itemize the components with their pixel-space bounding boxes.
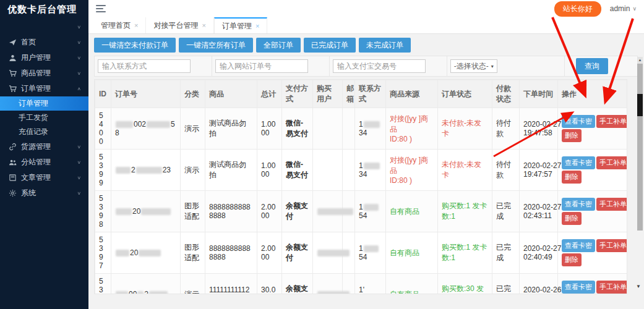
- column-header-分类: 分类: [181, 80, 205, 108]
- tab-close-icon[interactable]: ×: [134, 22, 138, 29]
- manual-reissue-button[interactable]: 手工补单: [596, 156, 627, 169]
- chevron-down-icon: ∨: [77, 187, 81, 200]
- vertical-scrollbar[interactable]: ▲: [637, 57, 643, 231]
- search-button[interactable]: 查询: [576, 58, 608, 74]
- filter-button-未完成订单[interactable]: 未完成订单: [359, 38, 411, 53]
- filter-button-一键清空未付款订单[interactable]: 一键清空未付款订单: [94, 38, 176, 53]
- cart-icon: [9, 69, 17, 77]
- manual-reissue-button[interactable]: 手工补单: [596, 239, 627, 252]
- cell-id: 5399: [95, 150, 111, 191]
- cell-contact: 154: [355, 232, 386, 274]
- gear-icon: [9, 189, 17, 197]
- status-select[interactable]: -选择状态- ▾: [450, 59, 497, 73]
- cell-text-fragment: 00: [129, 290, 137, 294]
- cell-text-fragment: 34: [359, 170, 367, 179]
- cell-order-time: 2020-02-2702:40:49: [520, 232, 558, 274]
- tab-close-icon[interactable]: ×: [255, 22, 259, 30]
- cell-id: 5397: [95, 232, 111, 274]
- sidebar-item-系统[interactable]: 系统∨: [0, 185, 88, 201]
- contact-input[interactable]: [98, 59, 191, 73]
- delete-button[interactable]: 删除: [562, 212, 582, 225]
- main-area: 站长你好 admin ∨ 管理首页×对接平台管理×订单管理× 一键清空未付款订单…: [88, 0, 644, 309]
- cell-pay-status: 待付款: [492, 150, 520, 191]
- column-header-操作: 操作: [558, 80, 627, 108]
- tab-label: 对接平台管理: [153, 20, 198, 31]
- view-card-button[interactable]: 查看卡密: [562, 156, 595, 169]
- sidebar-submenu: 订单管理手工发货充值记录: [0, 96, 88, 139]
- cell-order-status: 未付款-未发卡: [438, 108, 492, 150]
- view-card-button[interactable]: 查看卡密: [562, 281, 595, 294]
- scrollbar-down-icon[interactable]: ▼: [636, 284, 641, 289]
- filter-button-一键清空所有订单[interactable]: 一键清空所有订单: [179, 38, 253, 53]
- cell-email: [343, 150, 355, 191]
- user-menu[interactable]: admin ∨: [610, 4, 637, 13]
- source-line: ID:80 ): [390, 176, 434, 185]
- sidebar-subitem-label: 充值记录: [19, 125, 81, 139]
- tab-订单管理[interactable]: 订单管理×: [214, 17, 267, 33]
- tab-对接平台管理[interactable]: 对接平台管理×: [146, 17, 213, 33]
- column-header-ID: ID: [95, 80, 111, 108]
- sidebar-subitem-手工发货[interactable]: 手工发货: [0, 111, 88, 125]
- sidebar-item-商品管理[interactable]: 商品管理∨: [0, 66, 88, 81]
- view-card-button[interactable]: 查看卡密: [562, 239, 595, 252]
- redacted-text: [317, 208, 353, 215]
- sidebar-item-文章管理[interactable]: 文章管理∨: [0, 170, 88, 185]
- sidebar-item-货源管理[interactable]: 货源管理∨: [0, 139, 88, 154]
- cell-pay-status: 已完成: [492, 191, 520, 232]
- cell-product: 88888888888888: [205, 191, 257, 232]
- sidebar-item-首页[interactable]: 首页∨: [0, 35, 88, 50]
- sidebar-item-用户管理[interactable]: 用户管理∨: [0, 50, 88, 66]
- alipay-trade-input[interactable]: [333, 59, 426, 73]
- cell-buyer: [313, 191, 343, 232]
- column-header-邮箱: 邮箱: [343, 80, 355, 108]
- cell-buyer: [313, 150, 343, 191]
- sidebar-item-blank[interactable]: ∨: [0, 19, 88, 35]
- view-card-button[interactable]: 查看卡密: [562, 115, 595, 128]
- delete-button[interactable]: 删除: [562, 129, 582, 142]
- time-line: 19:47:58: [523, 129, 554, 137]
- filter-cell-contact: [95, 56, 212, 76]
- source-line: 自有商品: [390, 289, 434, 295]
- cell-text-fragment: 1': [359, 286, 364, 294]
- redacted-text: [364, 245, 379, 252]
- sidebar-item-订单管理[interactable]: 订单管理∧: [0, 81, 88, 96]
- cell-source: 对接([yy ]商品ID:80 ): [386, 150, 438, 191]
- cell-text-fragment: 23: [163, 166, 171, 174]
- redacted-text: [149, 291, 168, 294]
- sidebar-item-分站管理[interactable]: 分站管理∨: [0, 154, 88, 170]
- scrollbar-up-icon[interactable]: ▲: [637, 57, 643, 64]
- select-caret-icon: ▾: [491, 64, 494, 69]
- cell-total: 1.0000: [257, 150, 282, 191]
- manual-reissue-button[interactable]: 手工补单: [596, 198, 627, 211]
- manual-reissue-button[interactable]: 手工补单: [596, 115, 627, 128]
- greeting-button[interactable]: 站长你好: [554, 1, 601, 17]
- redacted-text: [364, 163, 380, 169]
- cell-pay-method: 余额支付: [282, 232, 313, 274]
- table-row: 5399223演示测试商品勿拍1.0000微信-易支付134对接([yy ]商品…: [95, 150, 627, 191]
- table-row: 540000258演示测试商品勿拍1.0000微信-易支付134对接([yy ]…: [95, 108, 627, 150]
- cell-pay-status: 已完成: [492, 232, 520, 274]
- time-line: 2020-02-26: [523, 286, 554, 294]
- cell-total: 2.0000: [257, 232, 282, 274]
- source-line: 对接([yy ]商品: [390, 155, 434, 176]
- filter-button-全部订单[interactable]: 全部订单: [256, 38, 301, 53]
- cell-product: 88888888888888: [205, 232, 257, 274]
- manual-reissue-button[interactable]: 手工补单: [596, 281, 627, 294]
- redacted-text: [141, 208, 171, 215]
- tab-close-icon[interactable]: ×: [202, 22, 205, 29]
- redacted-text: [116, 250, 129, 256]
- scrollbar-thumb[interactable]: [637, 94, 643, 116]
- cell-contact: 154: [355, 191, 386, 232]
- view-card-button[interactable]: 查看卡密: [562, 198, 595, 211]
- sidebar-subitem-订单管理[interactable]: 订单管理: [0, 96, 88, 111]
- order-no-input[interactable]: [215, 59, 308, 73]
- chevron-down-icon: ∨: [77, 67, 81, 80]
- filter-button-已完成订单[interactable]: 已完成订单: [304, 38, 356, 53]
- sidebar-item-label: 用户管理: [21, 50, 77, 66]
- tab-管理首页[interactable]: 管理首页×: [93, 17, 146, 33]
- column-header-总计: 总计: [257, 80, 282, 108]
- delete-button[interactable]: 删除: [562, 171, 582, 184]
- collapse-menu-icon[interactable]: [96, 3, 106, 14]
- sidebar-subitem-充值记录[interactable]: 充值记录: [0, 125, 88, 139]
- delete-button[interactable]: 删除: [562, 253, 582, 266]
